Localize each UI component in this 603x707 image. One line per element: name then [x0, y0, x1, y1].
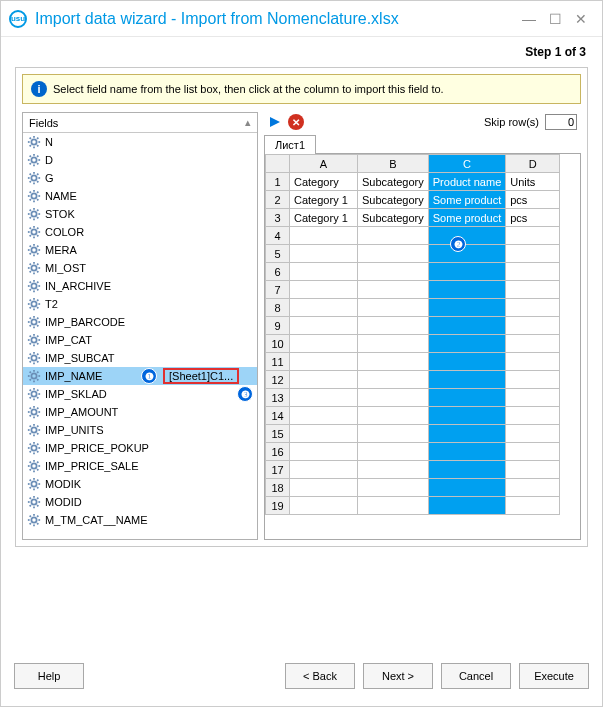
grid-cell[interactable]: [506, 263, 560, 281]
grid-cell[interactable]: [358, 263, 429, 281]
grid-cell[interactable]: pcs: [506, 191, 560, 209]
next-button[interactable]: Next >: [363, 663, 433, 689]
row-header[interactable]: 7: [266, 281, 290, 299]
delete-icon[interactable]: ✕: [288, 114, 304, 130]
field-row[interactable]: D: [23, 151, 257, 169]
grid-cell[interactable]: [358, 245, 429, 263]
grid-cell[interactable]: [506, 407, 560, 425]
field-row[interactable]: STOK: [23, 205, 257, 223]
grid-cell[interactable]: pcs: [506, 209, 560, 227]
row-header[interactable]: 12: [266, 371, 290, 389]
grid-cell[interactable]: [428, 263, 505, 281]
grid-cell[interactable]: [358, 299, 429, 317]
column-header[interactable]: D: [506, 155, 560, 173]
fields-list[interactable]: NDGNAMESTOKCOLORMERAMI_OSTIN_ARCHIVET2IM…: [23, 133, 257, 539]
play-icon[interactable]: [268, 115, 282, 129]
column-header[interactable]: B: [358, 155, 429, 173]
grid-cell[interactable]: [506, 371, 560, 389]
grid-cell[interactable]: [506, 281, 560, 299]
grid-cell[interactable]: [358, 425, 429, 443]
row-header[interactable]: 3: [266, 209, 290, 227]
grid-cell[interactable]: [428, 281, 505, 299]
column-header[interactable]: C: [428, 155, 505, 173]
grid-cell[interactable]: [290, 461, 358, 479]
grid-cell[interactable]: [428, 317, 505, 335]
minimize-button[interactable]: —: [516, 6, 542, 32]
field-row[interactable]: IMP_AMOUNT: [23, 403, 257, 421]
grid-cell[interactable]: Some product: [428, 209, 505, 227]
row-header[interactable]: 15: [266, 425, 290, 443]
grid-cell[interactable]: [428, 227, 505, 245]
row-header[interactable]: 18: [266, 479, 290, 497]
row-header[interactable]: 11: [266, 353, 290, 371]
grid-cell[interactable]: [290, 353, 358, 371]
field-row[interactable]: IN_ARCHIVE: [23, 277, 257, 295]
grid-cell[interactable]: [428, 461, 505, 479]
grid-cell[interactable]: [290, 245, 358, 263]
field-mapping[interactable]: [Sheet1]C1...: [163, 368, 239, 384]
column-header[interactable]: A: [290, 155, 358, 173]
grid-cell[interactable]: Product name: [428, 173, 505, 191]
field-row[interactable]: NAME: [23, 187, 257, 205]
grid-cell[interactable]: [358, 443, 429, 461]
grid-cell[interactable]: [290, 371, 358, 389]
field-row[interactable]: MERA: [23, 241, 257, 259]
spreadsheet-grid[interactable]: ABCD1CategorySubcategoryProduct nameUnit…: [265, 154, 560, 515]
row-header[interactable]: 8: [266, 299, 290, 317]
field-row[interactable]: MODID: [23, 493, 257, 511]
grid-wrap[interactable]: ABCD1CategorySubcategoryProduct nameUnit…: [264, 154, 581, 540]
skip-rows-input[interactable]: [545, 114, 577, 130]
grid-cell[interactable]: [290, 263, 358, 281]
grid-cell[interactable]: [290, 407, 358, 425]
grid-cell[interactable]: [428, 371, 505, 389]
cancel-button[interactable]: Cancel: [441, 663, 511, 689]
row-header[interactable]: 14: [266, 407, 290, 425]
grid-cell[interactable]: [506, 497, 560, 515]
grid-cell[interactable]: [358, 389, 429, 407]
row-header[interactable]: 19: [266, 497, 290, 515]
row-header[interactable]: 1: [266, 173, 290, 191]
grid-cell[interactable]: [290, 281, 358, 299]
grid-cell[interactable]: [290, 299, 358, 317]
chevron-up-icon[interactable]: ▴: [245, 116, 251, 129]
grid-cell[interactable]: [290, 227, 358, 245]
grid-cell[interactable]: [358, 335, 429, 353]
field-row[interactable]: N: [23, 133, 257, 151]
grid-cell[interactable]: [506, 227, 560, 245]
field-row[interactable]: IMP_UNITS: [23, 421, 257, 439]
grid-cell[interactable]: [290, 317, 358, 335]
grid-cell[interactable]: [290, 497, 358, 515]
grid-cell[interactable]: [358, 281, 429, 299]
grid-cell[interactable]: [428, 389, 505, 407]
grid-cell[interactable]: Category 1: [290, 209, 358, 227]
grid-cell[interactable]: [428, 407, 505, 425]
field-row[interactable]: MODIK: [23, 475, 257, 493]
grid-cell[interactable]: [428, 353, 505, 371]
row-header[interactable]: 2: [266, 191, 290, 209]
row-header[interactable]: 16: [266, 443, 290, 461]
grid-cell[interactable]: [290, 335, 358, 353]
grid-cell[interactable]: [358, 353, 429, 371]
grid-cell[interactable]: [506, 389, 560, 407]
row-header[interactable]: 6: [266, 263, 290, 281]
grid-cell[interactable]: Units: [506, 173, 560, 191]
grid-cell[interactable]: [428, 479, 505, 497]
row-header[interactable]: 17: [266, 461, 290, 479]
grid-cell[interactable]: [290, 443, 358, 461]
grid-cell[interactable]: [428, 425, 505, 443]
grid-cell[interactable]: Some product: [428, 191, 505, 209]
grid-cell[interactable]: [290, 479, 358, 497]
field-row[interactable]: IMP_CAT: [23, 331, 257, 349]
field-row[interactable]: IMP_PRICE_SALE: [23, 457, 257, 475]
grid-cell[interactable]: [428, 245, 505, 263]
grid-cell[interactable]: [506, 443, 560, 461]
grid-cell[interactable]: [428, 443, 505, 461]
execute-button[interactable]: Execute: [519, 663, 589, 689]
grid-cell[interactable]: [506, 479, 560, 497]
sheet-tab[interactable]: Лист1: [264, 135, 316, 154]
grid-cell[interactable]: [358, 497, 429, 515]
grid-cell[interactable]: [358, 479, 429, 497]
grid-cell[interactable]: [428, 497, 505, 515]
grid-cell[interactable]: [358, 461, 429, 479]
back-button[interactable]: < Back: [285, 663, 355, 689]
